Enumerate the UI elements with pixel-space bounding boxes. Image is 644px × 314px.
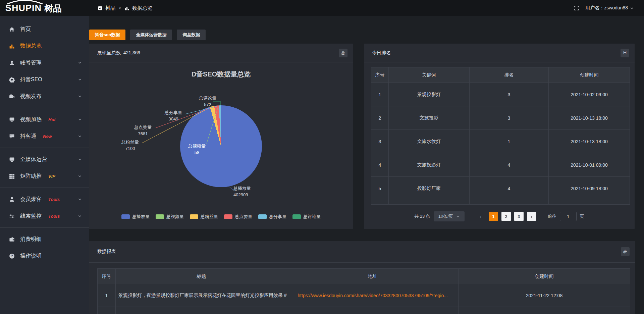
pie-label-name: 总视频量 [188,143,206,149]
sidebar-item-wallet[interactable]: 消费明细 [0,231,89,248]
table-cell: 文旅投影 [388,106,469,130]
day-toggle-button[interactable]: 日 [621,49,629,57]
logo-text: SHUPIN [5,4,42,13]
menu-badge: Tools [48,214,60,219]
legend-swatch [156,214,164,219]
tab-2[interactable]: 询盘数据 [177,30,206,40]
chevron-down-icon [456,214,460,218]
table-cell [115,307,287,314]
pie-label-5: 总评论量572 [199,95,216,108]
pie-label-value: 7100 [121,145,139,152]
report-cell-url: https://www.iesdouyin.com/share/video/70… [287,284,459,307]
next-page-button[interactable]: › [527,212,536,221]
chevron-down-icon [77,117,82,122]
sidebar-item-screen[interactable]: 视频加热Hot [0,111,89,128]
sidebar-item-label: 抖音SEO [20,76,42,83]
user-icon [9,60,15,66]
table-row: 3文旅水纹灯12021-10-13 18:00 [371,130,630,153]
table-cell: 3 [469,83,548,106]
sidebar-item-home[interactable]: 首页 [0,21,89,38]
sidebar-item-chat[interactable]: 抖客通New [0,128,89,145]
menu-badge: New [43,134,52,139]
chart-title: D音SEO数据量总览 [89,70,353,79]
user-menu[interactable]: 用户名：zswodun88 [585,5,634,11]
sidebar-item-member[interactable]: 会员爆客Tools [0,191,89,208]
page-size-select[interactable]: 10条/页 [434,211,465,221]
report-panel-title: 数据报表 [97,249,116,255]
pie-label-2: 总粉丝量7100 [121,139,139,152]
report-col-header: 创建时间 [458,269,630,284]
chevron-down-icon [77,214,82,218]
legend-label: 总评论量 [303,214,321,220]
page-button-2[interactable]: 2 [501,212,511,221]
page-button-1[interactable]: 1 [489,212,498,221]
sidebar-item-gear[interactable]: 抖音SEO [0,71,89,88]
table-cell: 文旅投影灯 [388,153,469,177]
table-cell: 3 [469,106,548,130]
menu-divider [0,108,89,108]
table-cell [388,200,469,205]
legend-label: 总点赞量 [235,214,252,220]
sidebar-item-label: 视频发布 [20,93,42,100]
pagination: 共 23 条 10条/页 ‹ 123 › 前往 页 [364,211,635,221]
total-toggle-button[interactable]: 总 [339,49,347,57]
report-col-header: 地址 [287,269,459,284]
sidebar-item-grid[interactable]: 矩阵助推VIP [0,168,89,185]
table-cell [458,307,630,314]
sidebar-item-label: 会员爆客 [20,196,42,203]
sidebar-item-question[interactable]: ?操作说明 [0,248,89,264]
table-cell [548,200,630,205]
legend-item[interactable]: 总分享量 [258,214,286,220]
pie-label-name: 总播放量 [233,185,251,192]
table-toggle-button[interactable]: 表 [621,247,630,256]
table-row: 2文旅投影32021-10-13 18:00 [371,106,630,130]
legend-item[interactable]: 总视频量 [156,214,184,220]
legend-label: 总分享量 [269,214,286,220]
tab-1[interactable]: 全媒体运营数据 [130,30,172,40]
legend-item[interactable]: 总点赞量 [224,214,252,220]
sidebar-item-video[interactable]: 视频发布 [0,88,89,105]
table-cell: 2021-10-13 18:00 [548,106,630,130]
legend-item[interactable]: 总播放量 [121,214,150,220]
sidebar-item-chart[interactable]: 数据总览 [0,38,89,54]
legend-item[interactable]: 总评论量 [292,214,321,220]
data-report-panel: 数据报表 表 序号标题地址创建时间 1景观投影灯，夜游景观投影灯厂家展示展示落花… [89,241,635,314]
pagination-total: 共 23 条 [414,213,430,219]
pie-label-0: 总播放量402909 [233,185,251,198]
sidebar-item-user[interactable]: 账号管理 [0,54,89,71]
data-tabs: 抖音seo数据全媒体运营数据询盘数据 [89,30,206,40]
breadcrumb-root[interactable]: 树品 [105,5,115,11]
pie-label-4: 总分享量3049 [165,109,182,122]
table-cell: 3 [371,130,389,153]
ranking-col-header: 关键词 [388,67,469,83]
legend-item[interactable]: 总粉丝量 [190,214,218,220]
chevron-down-icon [630,6,634,10]
pie-label-name: 总点赞量 [134,124,152,130]
sidebar-menu: 首页数据总览账号管理抖音SEO视频发布视频加热Hot抖客通New全媒体运营矩阵助… [0,21,89,264]
tab-0[interactable]: 抖音seo数据 [89,30,125,40]
table-row: 1景观投影灯，夜游景观投影灯厂家展示展示落花灯在花园里的灯光投影应用效果 #ht… [98,284,630,307]
breadcrumb: 树品 > 数据总览 [98,5,152,11]
page-button-3[interactable]: 3 [514,212,524,221]
table-cell [98,307,116,314]
ranking-col-header: 序号 [371,67,389,83]
goto-page-input[interactable] [560,212,577,221]
sidebar-item-sliders[interactable]: 线索监控Tools [0,208,89,224]
table-cell: 4 [469,177,548,200]
video-link[interactable]: https://www.iesdouyin.com/share/video/70… [298,293,448,298]
app-logo[interactable]: SHUPIN 树品 [0,4,89,13]
sidebar-item-label: 视频加热 [20,116,42,123]
sidebar-item-monitor[interactable]: 全媒体运营 [0,151,89,168]
logo-arc-icon [6,0,44,4]
header-right: 用户名：zswodun88 [574,5,644,11]
svg-text:?: ? [11,254,13,258]
chevron-down-icon [77,157,82,162]
goto-label: 前往 [548,213,556,219]
fullscreen-icon[interactable] [574,5,579,11]
prev-page-button[interactable]: ‹ [476,212,485,221]
pie-label-name: 总粉丝量 [121,139,139,145]
report-cell-no: 1 [98,284,116,307]
report-panel-header: 数据报表 表 [89,241,635,263]
table-row: 1景观投影灯32021-10-02 09:00 [371,83,630,106]
pie-label-3: 总点赞量7681 [134,124,152,137]
